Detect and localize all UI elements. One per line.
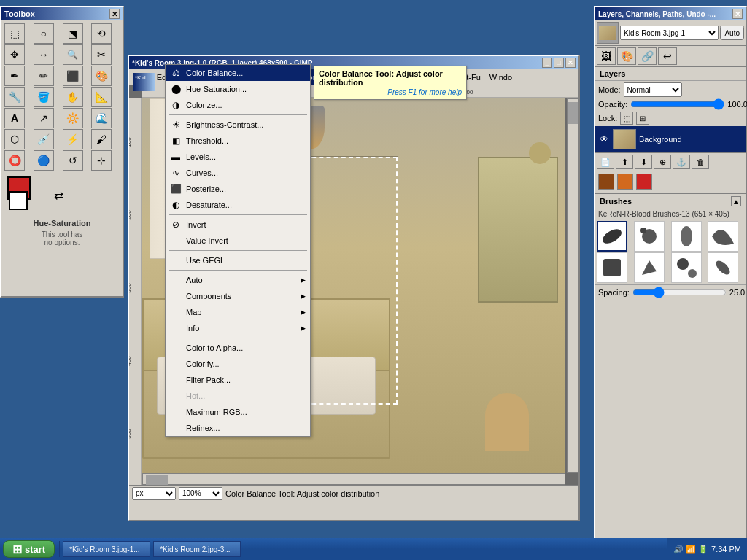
tool-iscissors[interactable]: ⭕	[4, 150, 25, 171]
brush-item-4[interactable]	[708, 221, 738, 252]
swap-colors-button[interactable]: ⇄	[54, 188, 63, 202]
menu-hue-saturation[interactable]: ⬤ Hue-Saturation...	[166, 81, 310, 97]
layers-nav-select[interactable]: Kid's Room 3.jpg-1	[620, 26, 719, 40]
tool-paths[interactable]: ✒	[4, 66, 25, 86]
tool-dodge[interactable]: 🔆	[63, 108, 83, 128]
menu-threshold[interactable]: ◧ Threshold...	[166, 133, 310, 149]
menu-components[interactable]: Components ▶	[166, 288, 310, 304]
tool-rect-select[interactable]: ⬚	[4, 23, 25, 44]
opacity-slider[interactable]	[630, 100, 724, 109]
layers-mode-select[interactable]: Normal	[624, 82, 682, 97]
swatch-orange[interactable]	[617, 174, 633, 190]
tool-heal[interactable]: 🔧	[4, 87, 25, 107]
raise-layer-button[interactable]: ⬆	[616, 155, 633, 169]
v-scrollbar[interactable]	[567, 98, 578, 473]
spacing-slider[interactable]	[632, 287, 727, 298]
tool-fuzzy-select[interactable]: ⟲	[91, 23, 112, 44]
menu-posterize[interactable]: ⬛ Posterize...	[166, 181, 310, 197]
layers-icon-2[interactable]: 🎨	[617, 47, 636, 65]
menu-color-to-alpha[interactable]: Color to Alpha...	[166, 340, 310, 356]
start-button[interactable]: ⊞ start	[3, 540, 55, 558]
background-color[interactable]	[9, 191, 28, 210]
tool-blur[interactable]: ⬡	[4, 129, 25, 149]
desaturate-icon: ◐	[170, 199, 182, 211]
lock-pixels-button[interactable]: ⬚	[620, 112, 633, 125]
layers-icons-toolbar: 🖼 🎨 🔗 ↩	[595, 46, 746, 67]
hue-saturation-label: Hue-Saturation This tool hasno options.	[4, 216, 120, 249]
tool-color-picker[interactable]: 🔵	[34, 150, 54, 171]
zoom-select[interactable]: 100%	[179, 487, 222, 500]
unit-select[interactable]: px	[132, 487, 176, 500]
menu-filter-pack[interactable]: Filter Pack...	[166, 372, 310, 388]
menu-value-invert[interactable]: Value Invert	[166, 233, 310, 249]
menu-use-gegl[interactable]: Use GEGL	[166, 252, 310, 268]
tool-zoom[interactable]: 🔍	[63, 44, 83, 65]
tool-clone[interactable]: 💉	[34, 129, 54, 149]
tool-free-select[interactable]: ⬔	[63, 23, 83, 44]
lower-layer-button[interactable]: ⬇	[635, 155, 652, 169]
tool-eraser[interactable]: ⚡	[63, 129, 83, 149]
delete-layer-button[interactable]: 🗑	[692, 155, 709, 169]
second-gimp-window[interactable]: *Kid	[133, 73, 155, 91]
tool-perspective[interactable]: ⊹	[91, 150, 112, 171]
tool-brush[interactable]: 🖌	[91, 129, 112, 149]
tool-airbrush[interactable]: ↗	[34, 108, 54, 128]
menu-retinex[interactable]: Retinex...	[166, 420, 310, 436]
tool-warp[interactable]: ↺	[63, 150, 83, 171]
new-layer-from-visible-button[interactable]: 📄	[597, 155, 614, 169]
layer-item-background[interactable]: 👁 Background	[595, 126, 746, 152]
gimp-maximize-button[interactable]: □	[554, 58, 564, 68]
tool-measure[interactable]: 📐	[91, 87, 112, 107]
swatch-red[interactable]	[636, 174, 652, 190]
tool-paint[interactable]: ⬛	[63, 66, 83, 86]
menu-color-balance[interactable]: ⚖ Color Balance...	[166, 65, 310, 81]
taskbar-item-gimp2[interactable]: *Kid's Room 2.jpg-3...	[153, 541, 241, 557]
tool-smudge[interactable]: 🌊	[91, 108, 112, 128]
layers-auto-button[interactable]: Auto	[720, 26, 744, 40]
brush-item-3[interactable]	[671, 221, 702, 252]
tool-pencil[interactable]: ✏	[34, 66, 54, 86]
brush-item-2[interactable]	[634, 221, 665, 252]
menu-map[interactable]: Map ▶	[166, 304, 310, 320]
anchor-layer-button[interactable]: ⚓	[673, 155, 690, 169]
menu-colorize[interactable]: ◑ Colorize...	[166, 97, 310, 113]
menu-auto[interactable]: Auto ▶	[166, 272, 310, 288]
tool-ellipse-select[interactable]: ○	[34, 23, 54, 44]
taskbar-item-gimp1[interactable]: *Kid's Room 3.jpg-1...	[63, 541, 150, 557]
gimp-minimize-button[interactable]: _	[542, 58, 552, 68]
menu-brightness-contrast[interactable]: ☀ Brightness-Contrast...	[166, 117, 310, 133]
menu-colorify[interactable]: Colorify...	[166, 356, 310, 372]
layers-icon-3[interactable]: 🔗	[638, 47, 657, 65]
threshold-icon: ◧	[170, 135, 182, 147]
menu-levels[interactable]: ▬ Levels...	[166, 149, 310, 165]
menu-info[interactable]: Info ▶	[166, 320, 310, 336]
menu-desaturate[interactable]: ◐ Desaturate...	[166, 197, 310, 213]
tool-hand[interactable]: ✋	[63, 87, 83, 107]
lock-alpha-button[interactable]: ⊞	[636, 112, 649, 125]
h-scrollbar[interactable]	[142, 473, 565, 485]
gimp-close-button[interactable]: ✕	[565, 58, 576, 68]
menu-maximum-rgb[interactable]: Maximum RGB...	[166, 404, 310, 420]
duplicate-layer-button[interactable]: ⊕	[654, 155, 671, 169]
swatch-brown[interactable]	[598, 174, 614, 190]
layer-visibility-eye[interactable]: 👁	[598, 133, 610, 145]
brushes-expand-button[interactable]: ▲	[731, 196, 741, 206]
menu-invert[interactable]: ⊘ Invert	[166, 217, 310, 233]
brush-item-5[interactable]	[597, 252, 627, 283]
tool-bucket[interactable]: 🪣	[34, 87, 54, 107]
tool-text[interactable]: A	[4, 108, 25, 128]
tool-move[interactable]: ✥	[4, 44, 25, 65]
menu-windo[interactable]: Windo	[485, 69, 516, 85]
layers-close-button[interactable]: ✕	[732, 9, 743, 19]
brush-item-7[interactable]	[671, 252, 702, 283]
toolbox-close-button[interactable]: ✕	[109, 9, 120, 19]
tool-crop[interactable]: ✂	[91, 44, 112, 65]
tool-transform[interactable]: ↔	[34, 44, 54, 65]
brush-item-8[interactable]	[708, 252, 738, 283]
tool-fill[interactable]: 🎨	[91, 66, 112, 86]
layers-icon-4[interactable]: ↩	[658, 47, 677, 65]
menu-curves[interactable]: ∿ Curves...	[166, 165, 310, 181]
brush-item-1[interactable]	[597, 221, 627, 252]
brush-item-6[interactable]	[634, 252, 665, 283]
layers-icon-1[interactable]: 🖼	[597, 47, 616, 65]
